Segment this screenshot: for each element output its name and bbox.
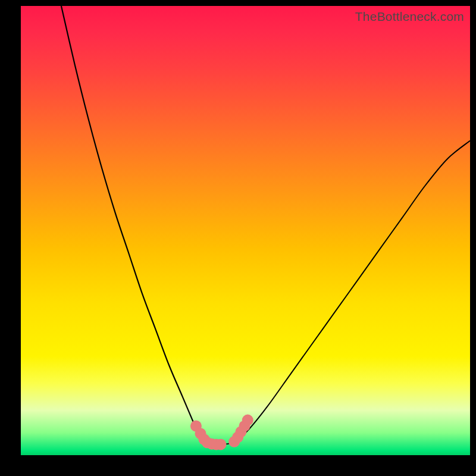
chart-frame: TheBottleneck.com bbox=[0, 0, 476, 476]
plot-area: TheBottleneck.com bbox=[21, 6, 470, 455]
watermark-text: TheBottleneck.com bbox=[355, 10, 464, 24]
left-marker-cluster-dot bbox=[215, 439, 226, 450]
right-marker-cluster-dot bbox=[242, 415, 253, 426]
chart-svg bbox=[21, 6, 470, 455]
left-curve-path bbox=[61, 6, 203, 441]
right-curve-path bbox=[236, 141, 470, 442]
marker-group bbox=[190, 415, 253, 450]
